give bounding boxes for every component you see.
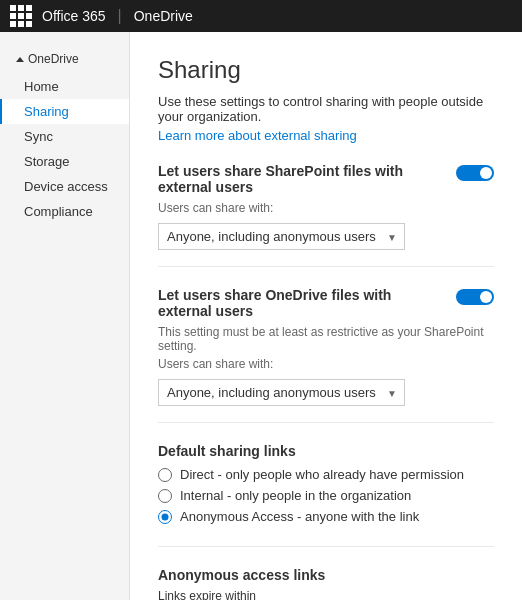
chevron-up-icon [16,57,24,62]
anonymous-links-section: Anonymous access links Links expire with… [158,567,494,600]
topbar: Office 365 | OneDrive [0,0,522,32]
onedrive-dropdown-wrap: Anyone, including anonymous users Only e… [158,379,405,406]
radio-internal-input[interactable] [158,489,172,503]
sidebar-item-storage[interactable]: Storage [0,149,129,174]
topbar-divider: | [118,7,122,25]
onedrive-dropdown[interactable]: Anyone, including anonymous users Only e… [158,379,405,406]
sidebar: OneDrive Home Sharing Sync Storage Devic… [0,32,130,600]
onedrive-sub-label: Users can share with: [158,357,494,371]
waffle-icon[interactable] [10,5,32,27]
sidebar-section-header[interactable]: OneDrive [0,48,129,74]
layout: OneDrive Home Sharing Sync Storage Devic… [0,32,522,600]
sharepoint-sharing-toggle[interactable] [456,165,494,181]
section-header: Let users share SharePoint files with ex… [158,163,494,195]
sharepoint-dropdown-wrap: Anyone, including anonymous users Only e… [158,223,405,250]
radio-anonymous[interactable]: Anonymous Access - anyone with the link [158,509,494,524]
sidebar-item-sharing[interactable]: Sharing [0,99,129,124]
radio-direct-input[interactable] [158,468,172,482]
sidebar-item-sync[interactable]: Sync [0,124,129,149]
main-content: Sharing Use these settings to control sh… [130,32,522,600]
expire-label: Links expire within [158,589,494,600]
sidebar-item-device-access[interactable]: Device access [0,174,129,199]
default-links-section: Default sharing links Direct - only peop… [158,443,494,547]
radio-direct[interactable]: Direct - only people who already have pe… [158,467,494,482]
toggle-thumb [480,167,492,179]
page-description: Use these settings to control sharing wi… [158,94,494,124]
sidebar-item-compliance[interactable]: Compliance [0,199,129,224]
sharepoint-sharing-section: Let users share SharePoint files with ex… [158,163,494,267]
page-title: Sharing [158,56,494,84]
radio-internal-label: Internal - only people in the organizati… [180,488,411,503]
section-name: OneDrive [134,8,193,24]
learn-more-link[interactable]: Learn more about external sharing [158,128,357,143]
sharepoint-sharing-title: Let users share SharePoint files with ex… [158,163,456,195]
section-header: Let users share OneDrive files with exte… [158,287,494,319]
sharing-links-radio-group: Direct - only people who already have pe… [158,467,494,524]
sharepoint-dropdown[interactable]: Anyone, including anonymous users Only e… [158,223,405,250]
onedrive-sharing-section: Let users share OneDrive files with exte… [158,287,494,423]
app-name: Office 365 [42,8,106,24]
toggle-track[interactable] [456,165,494,181]
radio-internal[interactable]: Internal - only people in the organizati… [158,488,494,503]
sidebar-item-home[interactable]: Home [0,74,129,99]
sharepoint-sub-label: Users can share with: [158,201,494,215]
radio-anonymous-label: Anonymous Access - anyone with the link [180,509,419,524]
onedrive-sharing-toggle[interactable] [456,289,494,305]
toggle-track[interactable] [456,289,494,305]
toggle-thumb [480,291,492,303]
radio-anonymous-input[interactable] [158,510,172,524]
default-links-title: Default sharing links [158,443,494,459]
sidebar-section-label: OneDrive [28,52,79,66]
onedrive-restrictive-note: This setting must be at least as restric… [158,325,494,353]
radio-direct-label: Direct - only people who already have pe… [180,467,464,482]
anonymous-links-title: Anonymous access links [158,567,494,583]
onedrive-sharing-title: Let users share OneDrive files with exte… [158,287,456,319]
